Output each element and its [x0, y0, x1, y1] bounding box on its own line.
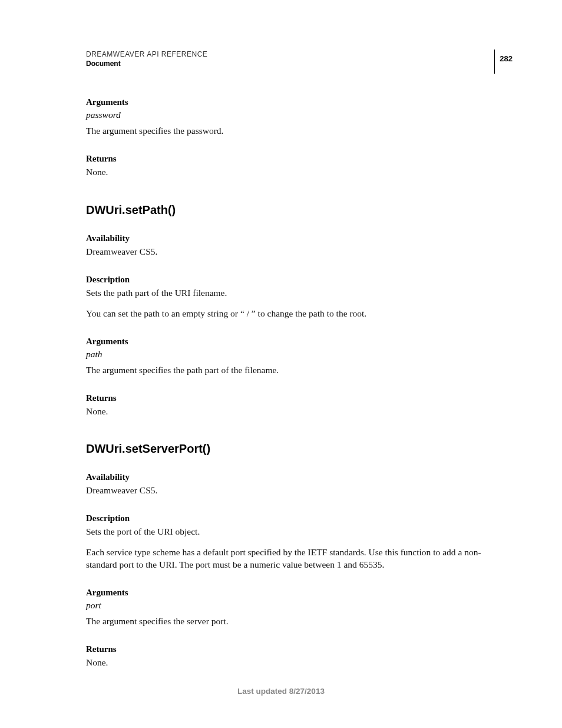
argument-description: The argument specifies the server port.	[86, 615, 497, 628]
page-number: 282	[494, 50, 513, 74]
running-header-title: DREAMWEAVER API REFERENCE	[86, 50, 497, 58]
argument-description: The argument specifies the path part of …	[86, 364, 497, 377]
returns-value: None.	[86, 657, 497, 669]
argument-name-text: path	[86, 349, 103, 359]
description-text: You can set the path to an empty string …	[86, 308, 497, 320]
description-text: Sets the path part of the URI filename.	[86, 287, 497, 299]
returns-heading: Returns	[86, 393, 497, 403]
argument-description: The argument specifies the password.	[86, 125, 497, 137]
description-text: Each service type scheme has a default p…	[86, 546, 497, 571]
running-header-section: Document	[86, 60, 497, 68]
description-text: Sets the port of the URI object.	[86, 526, 497, 538]
returns-value: None.	[86, 166, 497, 179]
returns-heading: Returns	[86, 154, 497, 164]
arguments-heading: Arguments	[86, 588, 497, 598]
availability-heading: Availability	[86, 472, 497, 482]
argument-name-text: port	[86, 600, 101, 610]
availability-value: Dreamweaver CS5.	[86, 246, 497, 258]
returns-value: None.	[86, 406, 497, 418]
page-footer: Last updated 8/27/2013	[0, 687, 562, 696]
arguments-heading: Arguments	[86, 97, 497, 107]
method-heading-setpath: DWUri.setPath()	[86, 203, 497, 217]
description-heading: Description	[86, 513, 497, 523]
returns-heading: Returns	[86, 644, 497, 654]
argument-name: port	[86, 600, 497, 611]
arguments-heading: Arguments	[86, 337, 497, 347]
argument-name-text: password	[86, 110, 121, 120]
availability-value: Dreamweaver CS5.	[86, 485, 497, 497]
availability-heading: Availability	[86, 233, 497, 243]
argument-name: path	[86, 349, 497, 360]
page-container: 282 DREAMWEAVER API REFERENCE Document A…	[0, 0, 562, 728]
description-heading: Description	[86, 275, 497, 285]
argument-name: password	[86, 110, 497, 120]
method-heading-setserverport: DWUri.setServerPort()	[86, 442, 497, 456]
